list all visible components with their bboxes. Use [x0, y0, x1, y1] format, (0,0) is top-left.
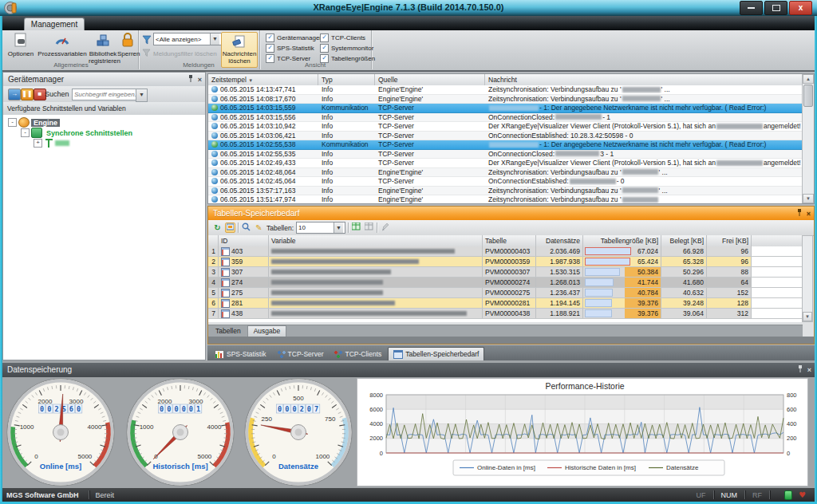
close-button[interactable]: x — [789, 1, 812, 15]
scroll-up-icon[interactable]: ▲ — [803, 74, 814, 84]
column-header-Belegt [KB][interactable]: Belegt [KB] — [661, 235, 707, 246]
log-row[interactable]: 06.05.2015 14:02:48,064InfoEngine'Engine… — [208, 168, 803, 178]
view-checkbox-tcp-clients[interactable]: ✓TCP-Clients — [320, 33, 365, 42]
checkbox-checked-icon[interactable]: ✓ — [320, 33, 329, 42]
pin-icon[interactable] — [796, 209, 803, 219]
size-bar-cell: 40.784 — [583, 288, 661, 297]
log-row[interactable]: 06.05.2015 13:57:17,163InfoEngine'Engine… — [208, 187, 803, 196]
dock-tab-tcp-server[interactable]: TCP-Server — [273, 348, 329, 360]
table-icon — [221, 247, 230, 256]
column-header-typ[interactable]: Typ — [318, 74, 375, 85]
log-row[interactable]: 06.05.2015 14:02:55,538KommunikationTCP-… — [208, 140, 803, 150]
bibliothek-registrieren-button[interactable]: Bibliothek registrieren — [89, 32, 117, 65]
prozessvariablen-button[interactable]: Prozessvariablen — [36, 32, 89, 57]
redacted-text — [622, 197, 658, 203]
column-header-quelle[interactable]: Quelle — [375, 74, 485, 85]
table-row[interactable]: 3307PVM000003071.530.31550.38450.29688 — [208, 267, 803, 278]
log-row[interactable]: 06.05.2015 14:03:10,942InfoTCP-ServerDer… — [208, 122, 803, 132]
table-icon — [221, 309, 230, 318]
tab-tabellen[interactable]: Tabellen — [210, 326, 247, 337]
log-row[interactable]: 06.05.2015 14:03:06,421InfoTCP-ServerOnC… — [208, 132, 803, 141]
table-row[interactable]: 5275PVM000002751.236.43740.78440.632152 — [208, 288, 803, 298]
snapshot-icon[interactable] — [225, 222, 235, 233]
table-row[interactable]: 7438PVM000004381.188.92139.37639.064312 — [208, 309, 803, 319]
scroll-down-icon[interactable]: ▼ — [803, 312, 812, 321]
tree-item-synchrone-schnittstellen[interactable]: -Synchrone Schnittstellen — [3, 128, 205, 138]
column-header-Tabellengröße [KB][interactable]: Tabellengröße [KB] — [583, 235, 661, 246]
meldungsfilter-loeschen-button[interactable]: Meldungsfilter löschen — [142, 49, 217, 59]
dock-tab-tcp-clients[interactable]: TCP-Clients — [330, 348, 386, 360]
edit-filter-icon[interactable]: ✎ — [254, 222, 264, 233]
view-checkbox-sps-statistik[interactable]: ✓SPS-Statistik — [266, 44, 314, 53]
checkbox-checked-icon[interactable]: ✓ — [266, 33, 274, 42]
pin-icon[interactable] — [797, 365, 803, 375]
message-filter-select[interactable]: <Alle anzeigen> ▼ — [153, 33, 222, 45]
checkbox-checked-icon[interactable]: ✓ — [266, 44, 274, 53]
tree-expander-icon[interactable]: + — [34, 139, 42, 148]
zoom-tool-icon[interactable] — [241, 222, 251, 233]
tree-item-redacted[interactable]: + — [3, 138, 205, 148]
scroll-down-icon[interactable]: ▼ — [803, 194, 814, 203]
table-settings-icon[interactable] — [364, 222, 374, 233]
sort-desc-icon: ▼ — [248, 78, 253, 83]
pin-icon[interactable] — [187, 75, 194, 85]
dock-tab-sps-statistik[interactable]: SPS-Statistik — [210, 348, 271, 360]
column-header-rownum[interactable] — [208, 235, 219, 246]
refresh-icon[interactable]: ↻ — [212, 222, 223, 233]
export-table-icon[interactable] — [351, 222, 361, 233]
column-header-Frei [KB][interactable]: Frei [KB] — [707, 235, 752, 246]
tables-scrollbar[interactable]: ▼ — [802, 235, 813, 322]
close-panel-icon[interactable]: × — [198, 75, 202, 85]
table-row[interactable]: 4274PVM000002741.268.01341.74441.68064 — [208, 278, 803, 288]
clients-icon — [334, 351, 342, 358]
sperren-button[interactable]: Sperren — [117, 32, 138, 57]
log-scrollbar[interactable]: ▲ ▼ — [802, 74, 814, 203]
start-button[interactable]: → — [8, 89, 21, 100]
column-header-zeitstempel[interactable]: Zeitstempel ▼ — [208, 74, 318, 85]
close-panel-icon[interactable]: × — [807, 209, 811, 219]
log-row[interactable]: 06.05.2015 14:02:45,064InfoTCP-ServerOnC… — [208, 177, 803, 187]
log-row[interactable]: 06.05.2015 14:02:49,433InfoTCP-ServerDer… — [208, 159, 803, 168]
log-row[interactable]: 06.05.2015 13:51:47,974InfoEngine'Engine… — [208, 195, 803, 203]
svg-text:0: 0 — [160, 405, 164, 413]
search-input[interactable] — [72, 89, 139, 100]
search-dropdown-icon[interactable]: ▼ — [136, 89, 148, 102]
log-row[interactable]: 06.05.2015 14:13:47,741InfoEngine'Engine… — [208, 85, 803, 95]
tab-management[interactable]: Management — [24, 18, 85, 31]
table-icon — [221, 258, 230, 266]
tree-expander-icon[interactable]: - — [8, 118, 17, 127]
log-row[interactable]: 06.05.2015 14:08:17,670InfoEngine'Engine… — [208, 95, 803, 104]
tree-item-engine[interactable]: -Engine — [3, 117, 205, 128]
checkbox-checked-icon[interactable]: ✓ — [320, 44, 329, 53]
log-row[interactable]: 06.05.2015 14:03:15,559KommunikationTCP-… — [208, 104, 803, 113]
scrollbar-thumb[interactable] — [803, 85, 813, 107]
view-checkbox-systemmonitor[interactable]: ✓Systemmonitor — [320, 44, 373, 53]
column-header-Variable[interactable]: Variable — [269, 235, 483, 246]
log-row[interactable]: 06.05.2015 14:03:15,556InfoTCP-ServerOnC… — [208, 113, 803, 123]
table-row[interactable]: 1403PVM000004032.036.46967.02466.92896 — [208, 246, 803, 257]
optionen-button[interactable]: Optionen — [7, 32, 34, 57]
view-checkbox-gerätemanager[interactable]: ✓Gerätemanager — [266, 33, 322, 42]
column-header-nachricht[interactable]: Nachricht — [485, 74, 803, 85]
pause-button[interactable]: ❚❚ — [21, 89, 34, 100]
column-header-ID[interactable]: ID — [219, 235, 269, 246]
close-panel-icon[interactable]: × — [807, 365, 811, 375]
log-row[interactable]: 06.05.2015 14:02:55,535InfoTCP-ServerOnC… — [208, 150, 803, 159]
group-label-allgemeines: Allgemeines — [4, 61, 138, 69]
search-label[interactable]: Suchen — [45, 90, 69, 98]
minimize-button[interactable] — [740, 1, 763, 15]
table-row[interactable]: 6281PVM000002811.194.14539.37639.248128 — [208, 298, 803, 309]
column-header-Datensätze[interactable]: Datensätze — [536, 235, 583, 246]
tree-expander-icon[interactable]: - — [21, 128, 30, 137]
column-header-Tabelle[interactable]: Tabelle — [483, 235, 536, 246]
dock-tab-tabellen-speicherbedarf[interactable]: Tabellen-Speicherbedarf — [388, 347, 484, 360]
tables-count-select[interactable]: 10 ▼ — [296, 222, 345, 234]
table-row[interactable]: 2359PVM000003591.987.93865.42465.32896 — [208, 257, 803, 267]
checkbox-label: Systemmonitor — [331, 45, 373, 52]
ribbon-tab-strip: Management — [0, 16, 817, 30]
info-icon — [211, 132, 218, 139]
tab-ausgabe[interactable]: Ausgabe — [247, 325, 287, 337]
maximize-button[interactable] — [764, 1, 787, 15]
brush-icon[interactable] — [380, 222, 390, 233]
gauge-historisch: 010002000300040005000000001Historisch [m… — [125, 377, 235, 490]
